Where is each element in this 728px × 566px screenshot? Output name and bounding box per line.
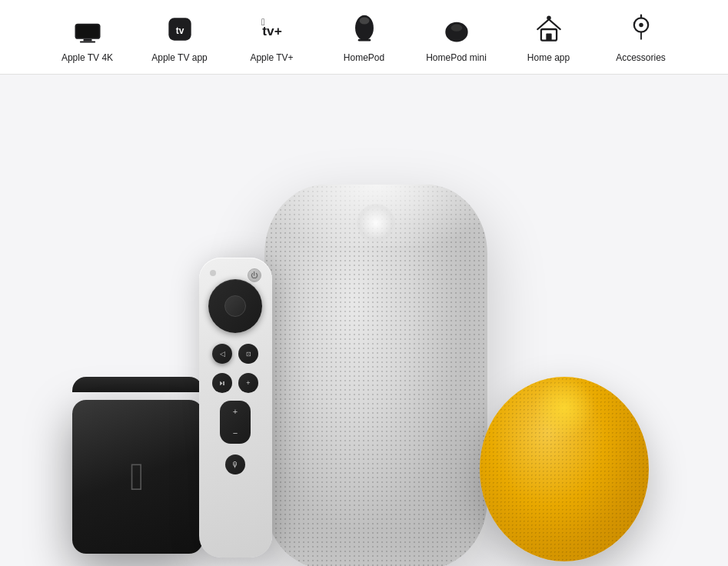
remote-volume-control: + − [220, 401, 251, 444]
remote-trackpad-inner [224, 295, 246, 317]
homepod-top [264, 185, 487, 246]
nav-label-apple-tv-4k: Apple TV 4K [61, 52, 113, 63]
svg-rect-3 [79, 42, 95, 43]
homepod-icon [346, 11, 383, 48]
remote-play-pause: ⏯ [212, 373, 232, 393]
svg-point-10 [359, 17, 369, 24]
remote-vol-up: + [233, 407, 238, 416]
remote-mute-indicator [210, 270, 216, 276]
remote-power-button [248, 268, 261, 282]
svg-point-18 [639, 23, 643, 28]
remote-menu-button: ⊡ [238, 344, 258, 364]
remote-nav-buttons: ◁ ⊡ [212, 344, 258, 364]
nav-item-apple-tv-plus[interactable]: tv+  Apple TV+ [226, 6, 318, 66]
svg-point-15 [547, 16, 551, 20]
appletv-body:  [72, 400, 203, 554]
apple-tv-app-icon: tv [161, 11, 198, 48]
product-nav: Apple TV 4K tv Apple TV app tv+  Apple … [0, 0, 728, 75]
home-app-icon [530, 11, 567, 48]
product-group:  ◁ ⊡ ⏯ + + − [65, 138, 664, 566]
svg-rect-2 [83, 39, 91, 42]
appletv-top [72, 377, 203, 392]
accessories-icon [623, 11, 660, 48]
nav-item-home-app[interactable]: Home app [503, 6, 595, 66]
hero-section:  ◁ ⊡ ⏯ + + − [0, 75, 728, 566]
apple-tv-plus-icon: tv+  [254, 11, 291, 48]
remote-mic-button: 🎙 [225, 454, 245, 474]
homepod-siri-light [357, 204, 395, 242]
homepod-mini-icon [438, 11, 475, 48]
nav-item-homepod[interactable]: HomePod [318, 6, 411, 66]
apple-tv-4k-icon [69, 11, 106, 48]
remote-trackpad [208, 279, 262, 333]
nav-label-apple-tv-plus: Apple TV+ [250, 52, 293, 63]
homepod-mini-body [480, 377, 649, 561]
svg-point-12 [450, 25, 462, 32]
remote-back-button: ◁ [212, 344, 232, 364]
nav-item-homepod-mini[interactable]: HomePod mini [411, 6, 503, 66]
svg-text:tv: tv [175, 25, 184, 36]
homepod-mini-top-light [534, 377, 595, 438]
remote-body: ◁ ⊡ ⏯ + + − 🎙 [199, 258, 272, 558]
remote-playback-buttons: ⏯ + [212, 373, 258, 393]
nav-label-homepod-mini: HomePod mini [426, 52, 487, 63]
nav-item-apple-tv-app[interactable]: tv Apple TV app [134, 6, 226, 66]
svg-text::  [261, 17, 264, 28]
homepod-body [264, 185, 487, 566]
nav-item-accessories[interactable]: Accessories [595, 6, 687, 66]
nav-label-homepod: HomePod [344, 52, 384, 63]
svg-text:tv+: tv+ [262, 23, 281, 38]
nav-label-home-app: Home app [527, 52, 570, 63]
apple-logo:  [130, 454, 144, 499]
svg-rect-14 [546, 34, 551, 41]
remote-plus: + [238, 373, 258, 393]
homepod-product [264, 169, 487, 566]
nav-item-apple-tv-4k[interactable]: Apple TV 4K [42, 6, 134, 66]
siri-remote-product: ◁ ⊡ ⏯ + + − 🎙 [199, 258, 272, 558]
remote-vol-down: − [233, 428, 238, 438]
nav-label-accessories: Accessories [616, 52, 666, 63]
homepod-mini-product [480, 354, 649, 561]
nav-label-apple-tv-app: Apple TV app [151, 52, 208, 63]
svg-rect-1 [76, 25, 98, 38]
apple-tv-4k-product:  [72, 377, 203, 554]
